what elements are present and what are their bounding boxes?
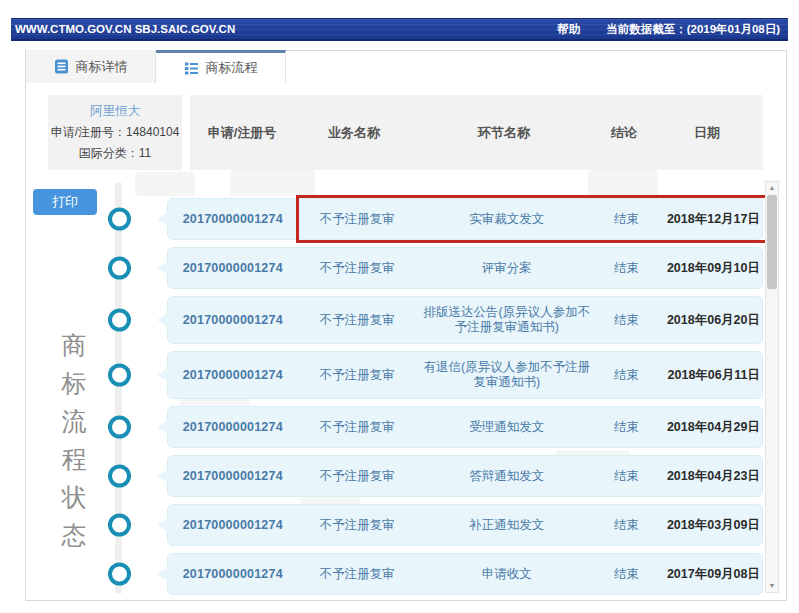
cell-stage-name: 有退信(原异议人参加不予注册复审通知书) [417,360,596,390]
tab-trademark-detail[interactable]: 商标详情 [26,50,156,83]
cell-registration-number: 20170000001274 [168,518,298,533]
table-row: 20170000001274 不予注册复审 评审分案 结束 2018年09月10… [167,247,763,289]
table-header-row: 申请/注册号业务名称环节名称结论日期 [190,95,763,170]
cell-stage-name: 答辩通知发文 [417,469,596,484]
column-header: 结论 [594,124,654,142]
cell-conclusion: 结束 [597,518,657,533]
print-button[interactable]: 打印 [33,189,97,215]
background-watermark [230,170,315,196]
vertical-label-char: 标 [61,370,87,396]
cell-business-name: 不予注册复审 [298,469,418,484]
row-pointer-tail [157,313,168,327]
cell-conclusion: 结束 [597,212,657,227]
scroll-up-button[interactable]: ▲ [766,183,778,193]
row-pointer-tail [157,261,168,275]
timeline-node-icon [108,364,131,387]
cell-date: 2018年06月20日 [656,313,762,328]
cell-stage-name: 补正通知发文 [417,518,596,533]
cell-registration-number: 20170000001274 [168,469,298,484]
row-pointer-tail [157,368,168,382]
row-pointer-tail [157,567,168,581]
top-bar: WWW.CTMO.GOV.CN SBJ.SAIC.GOV.CN 帮助 当前数据截… [11,18,788,41]
cell-registration-number: 20170000001274 [168,420,298,435]
column-header: 业务名称 [294,124,414,142]
cell-conclusion: 结束 [597,261,657,276]
vertical-label-char: 程 [61,446,87,472]
document-icon [54,59,69,74]
process-row-list: 20170000001274 不予注册复审 实审裁文发文 结束 2018年12月… [167,198,763,595]
column-header: 环节名称 [414,124,594,142]
background-watermark [588,170,658,196]
cell-stage-name: 评审分案 [417,261,596,276]
scrollbar-thumb[interactable] [767,195,777,289]
cell-date: 2018年06月11日 [656,368,762,383]
cell-conclusion: 结束 [597,420,657,435]
vertical-label-char: 状 [61,484,87,510]
cell-conclusion: 结束 [597,313,657,328]
column-header: 申请/注册号 [190,124,294,142]
registration-number: 申请/注册号：14840104 [51,124,180,141]
timeline-node-icon [108,416,131,439]
international-class: 国际分类：11 [79,145,151,162]
cell-registration-number: 20170000001274 [168,313,298,328]
cell-date: 2018年04月29日 [656,420,762,435]
scroll-down-button[interactable]: ▼ [766,581,778,591]
cell-business-name: 不予注册复审 [298,212,418,227]
cell-business-name: 不予注册复审 [298,261,418,276]
process-status-vertical-label: 商标流程状态 [61,332,87,548]
cell-stage-name: 排版送达公告(原异议人参加不予注册复审通知书) [417,305,596,335]
cell-registration-number: 20170000001274 [168,261,298,276]
row-pointer-tail [157,212,168,226]
cell-business-name: 不予注册复审 [298,518,418,533]
cell-registration-number: 20170000001274 [168,212,298,227]
trademark-info: 阿里恒大 申请/注册号：14840104 国际分类：11 [48,95,182,170]
timeline-node-icon [108,257,131,280]
cell-date: 2018年04月23日 [656,469,762,484]
table-row: 20170000001274 不予注册复审 补正通知发文 结束 2018年03月… [167,504,763,546]
row-pointer-tail [157,518,168,532]
cell-business-name: 不予注册复审 [298,368,418,383]
help-link[interactable]: 帮助 [557,22,580,37]
site-address: WWW.CTMO.GOV.CN SBJ.SAIC.GOV.CN [15,23,235,35]
cell-conclusion: 结束 [597,368,657,383]
trademark-name: 阿里恒大 [90,103,140,120]
cell-date: 2018年09月10日 [656,261,762,276]
timeline-node-icon [108,208,131,231]
cell-date: 2017年09月08日 [656,567,762,582]
cell-business-name: 不予注册复审 [298,313,418,328]
cell-stage-name: 受理通知发文 [417,420,596,435]
cell-business-name: 不予注册复审 [298,567,418,582]
row-pointer-tail [157,420,168,434]
cell-conclusion: 结束 [597,469,657,484]
table-row: 20170000001274 不予注册复审 受理通知发文 结束 2018年04月… [167,406,763,448]
table-row: 20170000001274 不予注册复审 排版送达公告(原异议人参加不予注册复… [167,296,763,344]
vertical-label-char: 商 [61,332,87,358]
timeline-node-icon [108,309,131,332]
table-row: 20170000001274 不予注册复审 实审裁文发文 结束 2018年12月… [167,198,763,240]
column-header: 日期 [654,124,760,142]
cell-business-name: 不予注册复审 [298,420,418,435]
scrollbar[interactable]: ▲ ▼ [765,181,779,593]
tab-label: 商标流程 [206,59,258,77]
table-row: 20170000001274 不予注册复审 答辩通知发文 结束 2018年04月… [167,455,763,497]
row-pointer-tail [157,469,168,483]
timeline-node-icon [108,514,131,537]
tab-trademark-process[interactable]: 商标流程 [156,50,286,83]
cell-conclusion: 结束 [597,567,657,582]
tab-label: 商标详情 [76,58,128,76]
table-row: 20170000001274 不予注册复审 有退信(原异议人参加不予注册复审通知… [167,351,763,399]
cell-stage-name: 实审裁文发文 [417,212,596,227]
cell-date: 2018年03月09日 [656,518,762,533]
timeline-node-icon [108,465,131,488]
list-icon [184,61,199,76]
data-as-of-label: 当前数据截至：(2019年01月08日) [606,22,780,37]
cell-date: 2018年12月17日 [656,212,762,227]
vertical-label-char: 态 [61,522,87,548]
table-row: 20170000001274 不予注册复审 申请收文 结束 2017年09月08… [167,553,763,595]
cell-registration-number: 20170000001274 [168,567,298,582]
vertical-label-char: 流 [61,408,87,434]
cell-registration-number: 20170000001274 [168,368,298,383]
background-watermark [135,172,195,196]
trademark-process-page: WWW.CTMO.GOV.CN SBJ.SAIC.GOV.CN 帮助 当前数据截… [0,0,799,613]
timeline-node-icon [108,563,131,586]
